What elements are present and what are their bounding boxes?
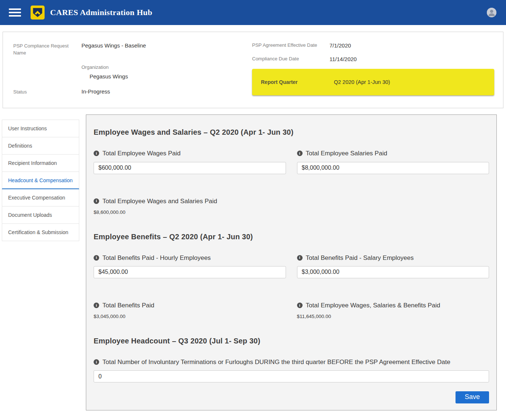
menu-button[interactable] (9, 8, 21, 17)
report-quarter-value: Q2 2020 (Apr 1-Jun 30) (334, 79, 390, 85)
benefits-hourly-input[interactable] (94, 266, 286, 278)
field-label-benefits-hourly: Total Benefits Paid - Hourly Employees (102, 253, 211, 263)
field-label-involuntary-terminations: Total Number of Involuntary Terminations… (102, 357, 450, 367)
app-logo-icon (31, 6, 45, 20)
info-icon[interactable] (94, 198, 99, 204)
due-date-row: Compliance Due Date 11/14/2020 (252, 55, 494, 63)
section-benefits: Employee Benefits – Q2 2020 (Apr 1- Jun … (94, 233, 489, 319)
readonly-total-wages-salaries: Total Employee Wages and Salaries Paid $… (94, 196, 286, 215)
status-value: In-Progress (81, 88, 110, 96)
info-icon[interactable] (94, 255, 99, 261)
status-label: Status (13, 88, 81, 96)
summary-panel: PSP Compliance Request Name Pegasus Wing… (3, 32, 503, 108)
due-date-label: Compliance Due Date (252, 55, 329, 63)
section-title-wages-salaries: Employee Wages and Salaries – Q2 2020 (A… (94, 128, 489, 137)
info-icon[interactable] (94, 359, 99, 365)
readonly-label-total-benefits: Total Benefits Paid (102, 300, 154, 310)
request-name-row: PSP Compliance Request Name Pegasus Wing… (13, 42, 252, 57)
sidebar-item-user-instructions[interactable]: User Instructions (2, 120, 79, 137)
save-button[interactable]: Save (456, 391, 489, 403)
sidebar-item-certification-submission[interactable]: Certification & Submission (2, 224, 79, 241)
field-label-benefits-salary: Total Benefits Paid - Salary Employees (306, 253, 414, 263)
organization-block: Organization Pegasus Wings (81, 64, 252, 80)
summary-right: PSP Agreement Effective Date 7/1/2020 Co… (252, 42, 494, 103)
field-label-total-wages: Total Employee Wages Paid (102, 148, 181, 158)
due-date-value: 11/14/2020 (329, 55, 357, 63)
field-label-total-salaries: Total Employee Salaries Paid (306, 148, 387, 158)
app-title: CARES Administration Hub (50, 8, 152, 17)
sidebar-item-recipient-information[interactable]: Recipient Information (2, 155, 79, 172)
effective-date-label: PSP Agreement Effective Date (252, 42, 329, 49)
request-name-label: PSP Compliance Request Name (13, 42, 81, 57)
sidebar-item-document-uploads[interactable]: Document Uploads (2, 207, 79, 224)
organization-value: Pegasus Wings (81, 73, 252, 80)
report-quarter-banner: Report Quarter Q2 2020 (Apr 1-Jun 30) (252, 69, 494, 95)
readonly-total-wages-salaries-benefits: Total Employee Wages, Salaries & Benefit… (297, 300, 489, 319)
readonly-label-total-wages-salaries-benefits: Total Employee Wages, Salaries & Benefit… (306, 300, 440, 310)
info-icon[interactable] (297, 303, 303, 308)
readonly-label-total-wages-salaries: Total Employee Wages and Salaries Paid (102, 196, 217, 206)
section-title-benefits: Employee Benefits – Q2 2020 (Apr 1- Jun … (94, 233, 489, 241)
sidebar-item-definitions[interactable]: Definitions (2, 137, 79, 155)
organization-label: Organization (81, 64, 252, 71)
section-wages-salaries: Employee Wages and Salaries – Q2 2020 (A… (94, 128, 489, 215)
summary-left: PSP Compliance Request Name Pegasus Wing… (13, 42, 252, 103)
effective-date-row: PSP Agreement Effective Date 7/1/2020 (252, 42, 494, 49)
topbar: CARES Administration Hub (0, 0, 506, 25)
request-name-value: Pegasus Wings - Baseline (81, 42, 146, 57)
user-avatar-icon[interactable] (487, 8, 496, 17)
content-area: User Instructions Definitions Recipient … (0, 108, 506, 420)
readonly-value-total-wages-salaries: $8,600,000.00 (94, 209, 286, 215)
total-salaries-input[interactable] (297, 162, 489, 174)
readonly-value-total-wages-salaries-benefits: $11,645,000.00 (297, 314, 489, 319)
benefits-salary-input[interactable] (297, 266, 489, 278)
field-total-wages: Total Employee Wages Paid (94, 148, 286, 174)
info-icon[interactable] (297, 255, 303, 261)
status-row: Status In-Progress (13, 88, 252, 96)
involuntary-terminations-input[interactable] (94, 370, 489, 382)
field-benefits-salary: Total Benefits Paid - Salary Employees (297, 253, 489, 278)
field-benefits-hourly: Total Benefits Paid - Hourly Employees (94, 253, 286, 278)
section-headcount: Employee Headcount – Q3 2020 (Jul 1- Sep… (94, 337, 489, 403)
readonly-value-total-benefits: $3,045,000.00 (94, 314, 286, 319)
field-total-salaries: Total Employee Salaries Paid (297, 148, 489, 174)
total-wages-input[interactable] (94, 162, 286, 174)
sidebar-item-executive-compensation[interactable]: Executive Compensation (2, 189, 79, 207)
effective-date-value: 7/1/2020 (329, 42, 351, 49)
readonly-total-benefits: Total Benefits Paid $3,045,000.00 (94, 300, 286, 319)
sidebar-item-headcount-compensation[interactable]: Headcount & Compensation (2, 172, 79, 189)
form-panel: Employee Wages and Salaries – Q2 2020 (A… (86, 114, 497, 410)
field-involuntary-terminations: Total Number of Involuntary Terminations… (94, 357, 489, 382)
info-icon[interactable] (297, 151, 303, 156)
sidebar: User Instructions Definitions Recipient … (2, 120, 79, 241)
section-title-headcount: Employee Headcount – Q3 2020 (Jul 1- Sep… (94, 337, 489, 345)
info-icon[interactable] (94, 151, 99, 156)
report-quarter-label: Report Quarter (261, 79, 334, 85)
info-icon[interactable] (94, 303, 99, 308)
